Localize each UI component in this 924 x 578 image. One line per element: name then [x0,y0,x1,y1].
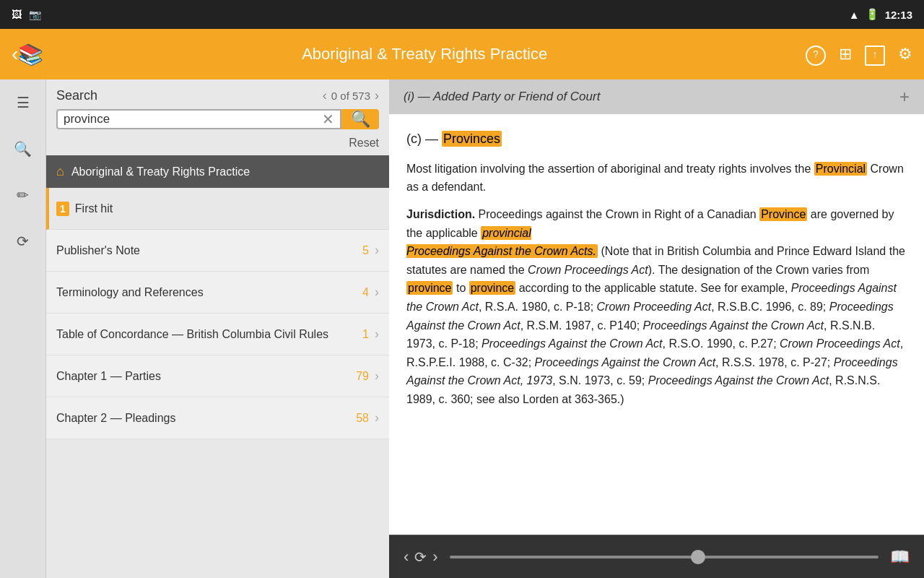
toc-item-left: Chapter 1 — Parties [56,370,161,383]
first-hit-icon: 1 [56,202,69,216]
toc-item-right: 79 › [356,368,379,384]
main-layout: ☰ 🔍 ✏ ⟳ Search ‹ 0 of 573 › ✕ � [0,79,924,578]
sidebar-search-button[interactable]: 🔍 [7,133,39,165]
sidebar-history-button[interactable]: ⟳ [7,225,39,257]
bottom-nav-arrows: ‹ ⟳ › [404,548,438,566]
share-button[interactable] [865,43,885,66]
book-logo-icon[interactable]: 📚 [18,43,43,66]
search-submit-icon: 🔍 [351,110,370,129]
top-bar: 📚 Aboriginal & Treaty Rights Practice [0,29,924,79]
toc-item-right: 58 › [356,410,379,426]
search-nav: ‹ 0 of 573 › [323,88,379,103]
search-input[interactable] [64,112,322,126]
toc-item-label: Table of Concordance — British Columbia … [56,328,328,341]
sidebar-edit-button[interactable]: ✏ [7,179,39,211]
toc-item-left: Chapter 2 — Pleadings [56,412,175,425]
notes-button[interactable] [839,45,852,64]
search-submit-button[interactable]: 🔍 [341,109,379,129]
highlight-province-3: province [469,281,515,295]
battery-icon: 🔋 [866,8,879,21]
search-label: Search [56,88,97,103]
highlight-province-2: province [406,281,453,295]
search-prev-arrow[interactable]: ‹ [323,88,327,103]
toc-item-label: Publisher's Note [56,244,140,257]
clock: 12:13 [885,9,912,21]
progress-thumb[interactable] [691,550,705,564]
highlight-province-1: Province [759,207,807,221]
toc-item-right: 5 › [362,243,379,258]
back-button[interactable] [12,43,18,66]
paragraph-2: Jurisdiction. Proceedings against the Cr… [406,205,907,409]
content-body: (c) — Provinces Most litigation involvin… [389,114,924,535]
toc-item-arrow-icon: › [375,243,379,258]
toc-item-count: 1 [362,328,369,341]
search-icon: 🔍 [14,140,32,158]
toc-item-left: Publisher's Note [56,244,140,257]
search-next-arrow[interactable]: › [375,88,379,103]
toc-item-label: Chapter 1 — Parties [56,370,161,383]
icon-sidebar: ☰ 🔍 ✏ ⟳ [0,79,46,578]
search-panel: Search ‹ 0 of 573 › ✕ 🔍 Reset ⌂ Abor [46,79,389,578]
status-bar-left: 🖼 📷 [12,9,41,20]
highlight-provincial-2: provincialProceedings Against the Crown … [406,226,598,259]
toc-item-first-hit[interactable]: 1 First hit [46,188,389,230]
toc-item-first-hit-label: First hit [75,202,113,215]
toc-item-count: 58 [356,412,369,425]
edit-icon: ✏ [17,186,29,204]
content-section-title: (i) — Added Party or Friend of Court [404,90,600,104]
toc-item-count: 4 [362,286,369,299]
paragraph-1: Most litigation involving the assertion … [406,160,907,197]
content-history-button[interactable]: ⟳ [414,548,427,566]
toc-item-arrow-icon: › [375,410,379,426]
subsection-highlight: Provinces [442,131,502,147]
toc-list: ⌂ Aboriginal & Treaty Rights Practice 1 … [46,155,389,578]
clear-search-button[interactable]: ✕ [322,111,334,128]
status-bar-right: ▲ 🔋 12:13 [849,8,912,21]
search-input-wrapper: ✕ [56,109,341,129]
content-section-header: (i) — Added Party or Friend of Court + [389,79,924,114]
help-button[interactable] [806,43,826,66]
reset-button[interactable]: Reset [349,137,379,149]
toc-item-left: Terminology and References [56,286,204,299]
toc-item-count: 79 [356,370,369,383]
reset-row: Reset [46,135,389,155]
book-view-button[interactable]: 📖 [890,548,910,566]
toc-item-left: Table of Concordance — British Columbia … [56,328,328,341]
toc-item-label: Chapter 2 — Pleadings [56,412,175,425]
toc-item-terminology[interactable]: Terminology and References 4 › [46,272,389,314]
toc-item-count: 5 [362,244,369,257]
top-bar-left: 📚 [12,43,43,66]
bottom-nav: ‹ ⟳ › 📖 [389,535,924,578]
toc-item-chapter-pleadings[interactable]: Chapter 2 — Pleadings 58 › [46,397,389,439]
status-bar: 🖼 📷 ▲ 🔋 12:13 [0,0,924,29]
highlight-provincial: Provincial [814,162,867,176]
content-next-button[interactable]: › [432,548,437,566]
toc-item-label: Terminology and References [56,286,204,299]
top-bar-actions [806,43,912,66]
add-bookmark-button[interactable]: + [899,87,910,107]
list-icon: ☰ [17,94,30,111]
settings-button[interactable] [898,45,912,64]
sidebar-list-button[interactable]: ☰ [7,87,39,118]
app-title: Aboriginal & Treaty Rights Practice [43,45,806,64]
toc-item-publishers-note[interactable]: Publisher's Note 5 › [46,230,389,272]
toc-item-right: 1 › [362,327,379,342]
toc-item-chapter-parties[interactable]: Chapter 1 — Parties 79 › [46,355,389,397]
toc-item-arrow-icon: › [375,368,379,384]
search-header: Search ‹ 0 of 573 › [46,79,389,109]
jurisdiction-label: Jurisdiction. [406,208,475,220]
content-prev-button[interactable]: ‹ [404,548,409,566]
history-icon: ⟳ [17,233,29,250]
toc-book-header[interactable]: ⌂ Aboriginal & Treaty Rights Practice [46,155,389,188]
toc-item-arrow-icon: › [375,285,379,300]
wifi-icon: ▲ [849,9,860,21]
content-panel: (i) — Added Party or Friend of Court + (… [389,79,924,578]
progress-slider[interactable] [450,556,879,558]
toc-item-arrow-icon: › [375,327,379,342]
subsection-heading: (c) — Provinces [406,129,907,150]
search-input-row: ✕ 🔍 [46,109,389,135]
toc-item-concordance[interactable]: Table of Concordance — British Columbia … [46,314,389,355]
toc-book-icon: ⌂ [56,164,64,179]
toc-book-title: Aboriginal & Treaty Rights Practice [71,165,250,178]
toc-item-left: 1 First hit [56,202,113,216]
